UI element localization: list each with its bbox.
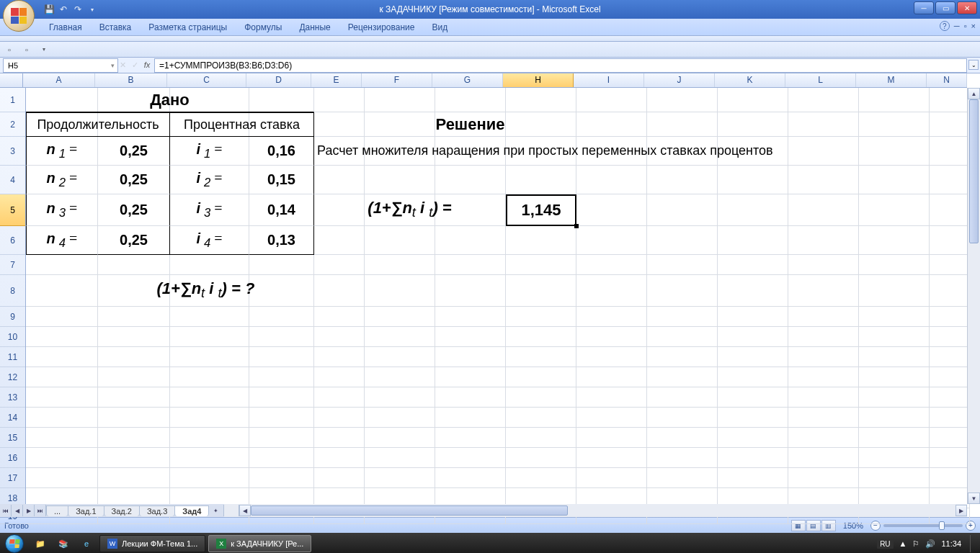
pinned-explorer-icon[interactable]: 📁: [30, 535, 51, 552]
clock[interactable]: 11:34: [941, 539, 961, 548]
cell-K7[interactable]: [718, 255, 788, 275]
cell-C15[interactable]: [170, 428, 249, 448]
cell-J8[interactable]: [647, 275, 718, 307]
cell-K11[interactable]: [718, 347, 788, 367]
cell-M1[interactable]: [859, 88, 930, 112]
scroll-down-icon[interactable]: ▼: [968, 493, 980, 504]
cell-J2[interactable]: [647, 112, 718, 137]
cell-D14[interactable]: [249, 408, 314, 428]
cell-D11[interactable]: [249, 347, 314, 367]
cell-H10[interactable]: [506, 327, 576, 347]
cell-L7[interactable]: [788, 255, 859, 275]
cell-J17[interactable]: [647, 468, 718, 488]
cell-A9[interactable]: [26, 307, 98, 327]
cell-F11[interactable]: [365, 347, 435, 367]
cell-H15[interactable]: [506, 428, 576, 448]
ribbon-tab-Главная[interactable]: Главная: [40, 19, 91, 35]
cell-E2[interactable]: [314, 112, 365, 137]
cell-H4[interactable]: [506, 166, 576, 194]
cell-J6[interactable]: [647, 226, 718, 255]
cell-K13[interactable]: [718, 387, 788, 408]
row-header-4[interactable]: 4: [0, 166, 25, 194]
col-header-E[interactable]: E: [311, 73, 362, 87]
redo-icon[interactable]: ↷: [72, 4, 84, 15]
cell-F9[interactable]: [365, 307, 435, 327]
cell-J11[interactable]: [647, 347, 718, 367]
cell-G16[interactable]: [435, 448, 506, 468]
cell-F8[interactable]: [365, 275, 435, 307]
minimize-button[interactable]: ─: [914, 1, 934, 14]
cell-L12[interactable]: [788, 367, 859, 387]
vscroll-thumb[interactable]: [969, 99, 979, 243]
cell-I8[interactable]: [576, 275, 647, 307]
taskbar-item[interactable]: Xк ЗАДАЧНИКУ [Ре...: [208, 535, 311, 552]
cell-N9[interactable]: [930, 307, 970, 327]
cell-E11[interactable]: [314, 347, 365, 367]
col-header-F[interactable]: F: [362, 73, 432, 87]
cell-H17[interactable]: [506, 468, 576, 488]
cell-A14[interactable]: [26, 408, 98, 428]
row-header-5[interactable]: 5: [0, 194, 25, 226]
row-header-2[interactable]: 2: [0, 112, 25, 137]
cell-H9[interactable]: [506, 307, 576, 327]
cell-N16[interactable]: [930, 448, 970, 468]
cell-B10[interactable]: [98, 327, 170, 347]
cell-B11[interactable]: [98, 347, 170, 367]
cell-F14[interactable]: [365, 408, 435, 428]
cell-E13[interactable]: [314, 387, 365, 408]
cell-N12[interactable]: [930, 367, 970, 387]
cell-K4[interactable]: [718, 166, 788, 194]
sheet-tab-...[interactable]: ...: [46, 505, 68, 516]
cells-area[interactable]: ДаноПродолжительностьПроцентная ставкаn …: [26, 88, 967, 504]
cell-J4[interactable]: [647, 166, 718, 194]
cell-N8[interactable]: [930, 275, 970, 307]
cell-H12[interactable]: [506, 367, 576, 387]
sheet-nav-prev-icon[interactable]: ◀: [12, 505, 23, 516]
sheet-tab-Зад.2[interactable]: Зад.2: [104, 505, 140, 516]
scroll-up-icon[interactable]: ▲: [968, 88, 980, 99]
cell-G17[interactable]: [435, 468, 506, 488]
cell-B17[interactable]: [98, 468, 170, 488]
help-icon[interactable]: ?: [940, 21, 950, 31]
cell-J14[interactable]: [647, 408, 718, 428]
cell-M7[interactable]: [859, 255, 930, 275]
cell-G14[interactable]: [435, 408, 506, 428]
cell-E15[interactable]: [314, 428, 365, 448]
cell-H1[interactable]: [506, 88, 576, 112]
cell-K8[interactable]: [718, 275, 788, 307]
col-header-H[interactable]: H: [503, 73, 574, 87]
cell-B7[interactable]: [98, 255, 170, 275]
zoom-thumb[interactable]: [939, 521, 945, 530]
cell-D12[interactable]: [249, 367, 314, 387]
language-indicator[interactable]: RU: [877, 539, 893, 549]
cell-C14[interactable]: [170, 408, 249, 428]
cell-J15[interactable]: [647, 428, 718, 448]
cell-K15[interactable]: [718, 428, 788, 448]
cell-K10[interactable]: [718, 327, 788, 347]
cell-F7[interactable]: [365, 255, 435, 275]
col-header-D[interactable]: D: [246, 73, 311, 87]
col-header-A[interactable]: A: [23, 73, 95, 87]
cell-M9[interactable]: [859, 307, 930, 327]
cell-M5[interactable]: [859, 194, 930, 226]
cell-L15[interactable]: [788, 428, 859, 448]
cell-L8[interactable]: [788, 275, 859, 307]
cell-A11[interactable]: [26, 347, 98, 367]
col-header-I[interactable]: I: [574, 73, 644, 87]
cell-J1[interactable]: [647, 88, 718, 112]
cell-M6[interactable]: [859, 226, 930, 255]
toolbar-icon-2[interactable]: ▫: [20, 43, 33, 56]
cell-N13[interactable]: [930, 387, 970, 408]
cell-N14[interactable]: [930, 408, 970, 428]
cell-C12[interactable]: [170, 367, 249, 387]
cell-E17[interactable]: [314, 468, 365, 488]
cell-G15[interactable]: [435, 428, 506, 448]
cell-E12[interactable]: [314, 367, 365, 387]
cell-C7[interactable]: [170, 255, 249, 275]
cell-H8[interactable]: [506, 275, 576, 307]
ribbon-minimize-icon[interactable]: ─: [954, 22, 960, 30]
cell-M2[interactable]: [859, 112, 930, 137]
cell-L9[interactable]: [788, 307, 859, 327]
hscroll-thumb[interactable]: [251, 505, 568, 516]
cell-I16[interactable]: [576, 448, 647, 468]
